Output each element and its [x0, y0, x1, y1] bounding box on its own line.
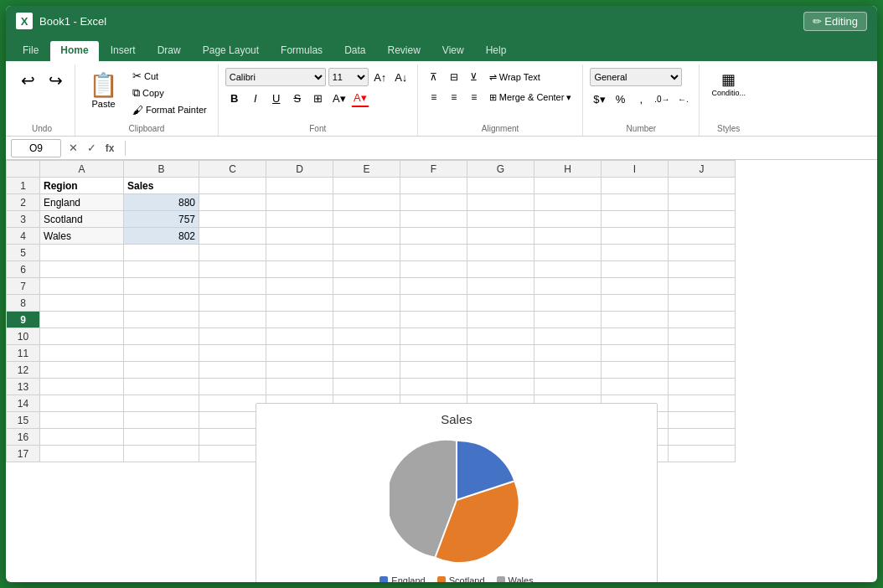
cell-E7[interactable]: [333, 278, 400, 295]
cell-G13[interactable]: [467, 379, 534, 395]
format-painter-button[interactable]: 🖌 Format Painter: [128, 102, 211, 118]
cell-C10[interactable]: [199, 328, 266, 345]
increase-font-button[interactable]: A↑: [371, 68, 390, 86]
cell-F3[interactable]: [400, 211, 467, 228]
col-header-D[interactable]: D: [266, 161, 333, 178]
col-header-J[interactable]: J: [669, 161, 736, 178]
cell-I13[interactable]: [602, 379, 669, 395]
cell-D13[interactable]: [266, 379, 333, 395]
undo-button[interactable]: ↩: [16, 68, 40, 93]
cell-G8[interactable]: [467, 295, 534, 312]
underline-button[interactable]: U: [267, 89, 286, 107]
cell-I12[interactable]: [602, 362, 669, 379]
cell-J5[interactable]: [669, 245, 736, 261]
cell-B17[interactable]: [124, 446, 199, 462]
conditional-formatting-button[interactable]: ▦ Conditio...: [706, 68, 751, 100]
cell-F11[interactable]: [400, 345, 467, 362]
fill-color-button[interactable]: A▾: [330, 89, 349, 107]
cell-H8[interactable]: [534, 295, 602, 312]
cell-C1[interactable]: [199, 178, 266, 194]
cell-J10[interactable]: [669, 328, 736, 345]
cell-H6[interactable]: [534, 261, 602, 278]
cell-I4[interactable]: [602, 228, 669, 245]
cell-B9[interactable]: [124, 312, 199, 328]
editing-button[interactable]: ✏ Editing: [803, 12, 867, 31]
decrease-decimal-button[interactable]: ←.: [674, 90, 692, 108]
cell-D11[interactable]: [266, 345, 333, 362]
col-header-H[interactable]: H: [534, 161, 602, 178]
grid-container[interactable]: A B C D E F G H I J 1RegionSales2England…: [6, 160, 877, 582]
cell-C4[interactable]: [199, 228, 266, 245]
cell-H4[interactable]: [534, 228, 602, 245]
cell-J4[interactable]: [669, 228, 736, 245]
tab-formulas[interactable]: Formulas: [271, 41, 333, 61]
cell-J16[interactable]: [669, 429, 736, 446]
align-middle-button[interactable]: ⊟: [445, 68, 463, 86]
tab-view[interactable]: View: [432, 41, 474, 61]
cell-J17[interactable]: [669, 446, 736, 462]
cell-D1[interactable]: [266, 178, 333, 194]
cell-E5[interactable]: [333, 245, 400, 261]
cell-C9[interactable]: [199, 312, 266, 328]
cell-J11[interactable]: [669, 345, 736, 362]
cell-A4[interactable]: Wales: [40, 228, 124, 245]
cell-I1[interactable]: [602, 178, 669, 194]
cell-I7[interactable]: [602, 278, 669, 295]
cell-I10[interactable]: [602, 328, 669, 345]
cell-B3[interactable]: 757: [124, 211, 199, 228]
border-button[interactable]: ⊞: [309, 89, 328, 107]
cut-button[interactable]: ✂ Cut: [128, 68, 211, 84]
cell-F2[interactable]: [400, 194, 467, 211]
cell-F12[interactable]: [400, 362, 467, 379]
cell-G9[interactable]: [467, 312, 534, 328]
cell-D8[interactable]: [266, 295, 333, 312]
tab-draw[interactable]: Draw: [147, 41, 191, 61]
col-header-C[interactable]: C: [199, 161, 266, 178]
cell-G7[interactable]: [467, 278, 534, 295]
cell-G2[interactable]: [467, 194, 534, 211]
cell-I2[interactable]: [602, 194, 669, 211]
cell-F13[interactable]: [400, 379, 467, 395]
cell-C2[interactable]: [199, 194, 266, 211]
cell-C13[interactable]: [199, 379, 266, 395]
cell-I3[interactable]: [602, 211, 669, 228]
cell-B13[interactable]: [124, 379, 199, 395]
cell-D2[interactable]: [266, 194, 333, 211]
col-header-F[interactable]: F: [400, 161, 467, 178]
wrap-text-button[interactable]: ⇌ Wrap Text: [485, 68, 545, 86]
paste-button[interactable]: 📋 Paste: [82, 68, 125, 112]
cell-D12[interactable]: [266, 362, 333, 379]
cell-J13[interactable]: [669, 379, 736, 395]
cell-C8[interactable]: [199, 295, 266, 312]
tab-file[interactable]: File: [13, 41, 49, 61]
col-header-E[interactable]: E: [333, 161, 400, 178]
cell-G1[interactable]: [467, 178, 534, 194]
cell-E6[interactable]: [333, 261, 400, 278]
cell-I6[interactable]: [602, 261, 669, 278]
cell-D3[interactable]: [266, 211, 333, 228]
copy-button[interactable]: ⧉ Copy: [128, 85, 211, 101]
cancel-formula-button[interactable]: ✕: [65, 140, 81, 157]
cell-B5[interactable]: [124, 245, 199, 261]
cell-A8[interactable]: [40, 295, 124, 312]
number-format-select[interactable]: General Number Currency Percentage: [590, 68, 682, 86]
cell-J7[interactable]: [669, 278, 736, 295]
align-right-button[interactable]: ≡: [465, 88, 483, 106]
cell-A16[interactable]: [40, 429, 124, 446]
cell-E12[interactable]: [333, 362, 400, 379]
cell-F4[interactable]: [400, 228, 467, 245]
cell-B11[interactable]: [124, 345, 199, 362]
cell-D7[interactable]: [266, 278, 333, 295]
align-center-button[interactable]: ≡: [445, 88, 463, 106]
cell-H5[interactable]: [534, 245, 602, 261]
cell-J2[interactable]: [669, 194, 736, 211]
cell-F5[interactable]: [400, 245, 467, 261]
cell-C11[interactable]: [199, 345, 266, 362]
col-header-A[interactable]: A: [40, 161, 124, 178]
cell-H7[interactable]: [534, 278, 602, 295]
cell-J9[interactable]: [669, 312, 736, 328]
cell-B1[interactable]: Sales: [124, 178, 199, 194]
cell-B2[interactable]: 880: [124, 194, 199, 211]
cell-J1[interactable]: [669, 178, 736, 194]
cell-A1[interactable]: Region: [40, 178, 124, 194]
